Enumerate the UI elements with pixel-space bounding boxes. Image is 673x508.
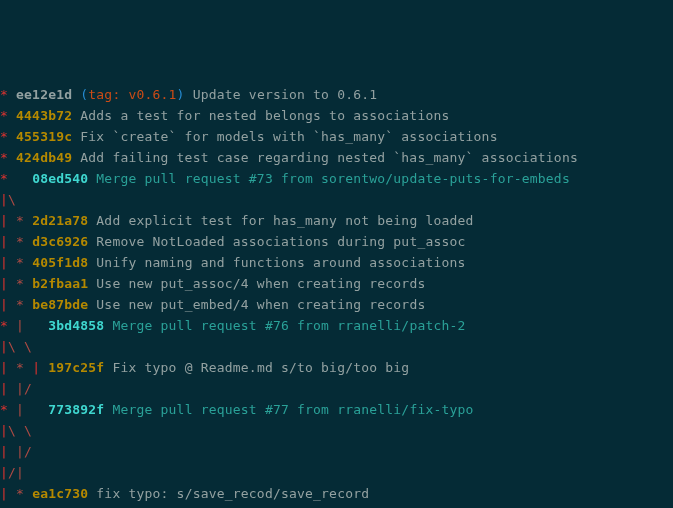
commit-hash: d3c6926 xyxy=(32,234,88,249)
git-log-line: * | 773892f Merge pull request #77 from … xyxy=(0,399,673,420)
commit-message: Adds a test for nested belongs to associ… xyxy=(72,108,449,123)
commit-hash: 2d21a78 xyxy=(32,213,88,228)
git-log-line: * 4443b72 Adds a test for nested belongs… xyxy=(0,105,673,126)
commit-hash: ee12e1d xyxy=(16,87,72,102)
git-log-line: | * d3c6926 Remove NotLoaded association… xyxy=(0,231,673,252)
commit-hash: b2fbaa1 xyxy=(32,276,88,291)
commit-hash: ea1c730 xyxy=(32,486,88,501)
commit-message: Fix typo @ Readme.md s/to big/too big xyxy=(104,360,409,375)
commit-hash: 773892f xyxy=(48,402,104,417)
git-log-line: | * 405f1d8 Unify naming and functions a… xyxy=(0,252,673,273)
commit-hash: 3bd4858 xyxy=(48,318,104,333)
commit-message: Merge pull request #76 from rranelli/pat… xyxy=(104,318,465,333)
git-log-line: | |/ xyxy=(0,378,673,399)
commit-message: fix typo: s/save_recod/save_record xyxy=(88,486,369,501)
git-log-line: |\ \ xyxy=(0,336,673,357)
commit-hash: 424db49 xyxy=(16,150,72,165)
git-log-line: | * 2d21a78 Add explicit test for has_ma… xyxy=(0,210,673,231)
commit-hash: 405f1d8 xyxy=(32,255,88,270)
git-log-line: |/ xyxy=(0,504,673,508)
commit-message: Add failing test case regarding nested `… xyxy=(72,150,578,165)
commit-message: Remove NotLoaded associations during put… xyxy=(88,234,465,249)
commit-message: Merge pull request #73 from sorentwo/upd… xyxy=(88,171,570,186)
commit-hash: 455319c xyxy=(16,129,72,144)
git-log-line: | |/ xyxy=(0,441,673,462)
git-log-line: * 424db49 Add failing test case regardin… xyxy=(0,147,673,168)
commit-message: Fix `create` for models with `has_many` … xyxy=(72,129,497,144)
git-log-graph: * ee12e1d (tag: v0.6.1) Update version t… xyxy=(0,84,673,508)
commit-hash: 4443b72 xyxy=(16,108,72,123)
git-log-line: | * ea1c730 fix typo: s/save_recod/save_… xyxy=(0,483,673,504)
git-log-line: |\ \ xyxy=(0,420,673,441)
commit-hash: 197c25f xyxy=(48,360,104,375)
git-log-line: * ee12e1d (tag: v0.6.1) Update version t… xyxy=(0,84,673,105)
git-log-line: * | 3bd4858 Merge pull request #76 from … xyxy=(0,315,673,336)
commit-hash: 08ed540 xyxy=(32,171,88,186)
commit-message: Use new put_assoc/4 when creating record… xyxy=(88,276,425,291)
commit-message: Use new put_embed/4 when creating record… xyxy=(88,297,425,312)
git-log-line: | * b2fbaa1 Use new put_assoc/4 when cre… xyxy=(0,273,673,294)
commit-hash: be87bde xyxy=(32,297,88,312)
git-log-line: * 08ed540 Merge pull request #73 from so… xyxy=(0,168,673,189)
git-log-line: * 455319c Fix `create` for models with `… xyxy=(0,126,673,147)
git-log-line: |\ xyxy=(0,189,673,210)
commit-message: Merge pull request #77 from rranelli/fix… xyxy=(104,402,473,417)
git-log-line: |/| xyxy=(0,462,673,483)
commit-message: Unify naming and functions around associ… xyxy=(88,255,465,270)
commit-message: Add explicit test for has_many not being… xyxy=(88,213,473,228)
git-log-line: | * be87bde Use new put_embed/4 when cre… xyxy=(0,294,673,315)
git-log-line: | * | 197c25f Fix typo @ Readme.md s/to … xyxy=(0,357,673,378)
commit-message: Update version to 0.6.1 xyxy=(185,87,378,102)
